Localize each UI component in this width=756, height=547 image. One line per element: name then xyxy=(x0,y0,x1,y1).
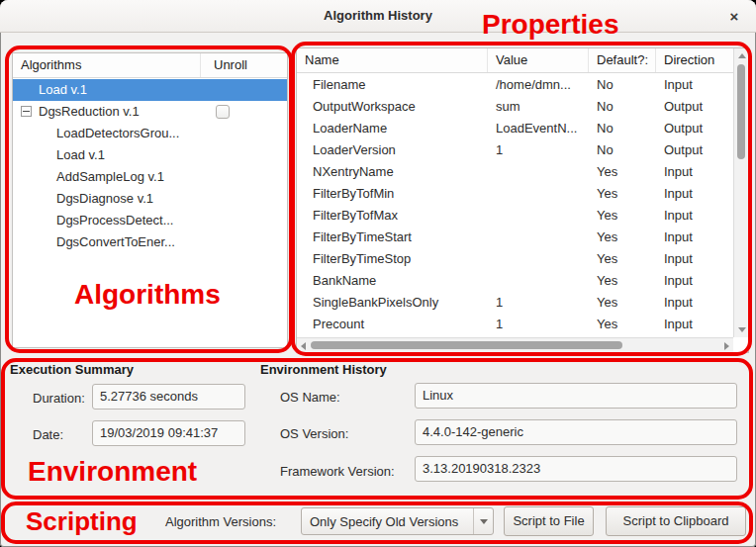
property-direction: Input xyxy=(656,161,733,183)
chevron-down-icon[interactable] xyxy=(473,508,493,534)
property-default: Yes xyxy=(589,227,656,248)
algorithm-tree-item-label: DgsProcessDetect... xyxy=(56,213,174,228)
scroll-up-icon[interactable] xyxy=(738,53,746,58)
algorithm-tree-item[interactable]: LoadDetectorsGrou... xyxy=(13,123,287,144)
titlebar[interactable]: Algorithm History × xyxy=(0,0,756,33)
property-value: LoadEventN... xyxy=(488,118,589,139)
vertical-scrollbar[interactable] xyxy=(733,48,748,337)
algorithm-tree-item[interactable]: DgsConvertToEner... xyxy=(13,231,287,253)
date-label: Date: xyxy=(33,427,63,442)
os-name-field[interactable]: Linux xyxy=(415,383,737,409)
framework-version-label: Framework Version: xyxy=(280,464,395,479)
annotation-environment-label: Environment xyxy=(28,456,197,488)
column-header-algorithms[interactable]: Algorithms xyxy=(13,53,201,77)
property-row[interactable]: BankName Yes Input xyxy=(297,270,733,292)
property-default: Yes xyxy=(589,161,656,183)
property-default: No xyxy=(589,118,656,139)
property-name: Precount xyxy=(297,314,488,335)
column-header-unroll[interactable]: Unroll xyxy=(201,53,287,77)
property-name: FilterByTofMax xyxy=(297,205,488,227)
property-default: Yes xyxy=(589,205,656,227)
algorithms-panel: Algorithms Unroll Load v.1 DgsReduction … xyxy=(12,52,288,348)
property-value xyxy=(488,227,589,248)
property-value: /home/dmn... xyxy=(488,74,589,96)
property-row[interactable]: FilterByTimeStop Yes Input xyxy=(297,248,733,270)
property-row[interactable]: NXentryName Yes Input xyxy=(297,161,733,183)
property-direction: Output xyxy=(656,139,733,161)
algorithm-tree-item-label: Load v.1 xyxy=(39,82,87,97)
framework-version-field[interactable]: 3.13.20190318.2323 xyxy=(415,456,737,482)
property-row[interactable]: SingleBankPixelsOnly 1 Yes Input xyxy=(297,292,733,314)
property-value xyxy=(488,205,589,227)
algorithm-tree-item-label: DgsConvertToEner... xyxy=(56,234,175,249)
property-row[interactable]: Filename /home/dmn... No Input xyxy=(297,74,733,96)
algorithm-tree-item-label: AddSampleLog v.1 xyxy=(56,169,164,184)
property-name: LoaderName xyxy=(297,118,488,139)
property-value xyxy=(488,270,589,292)
script-to-file-button[interactable]: Script to File xyxy=(504,506,594,536)
algorithm-tree-item[interactable]: DgsProcessDetect... xyxy=(13,210,287,231)
dropdown-selected-value: Only Specify Old Versions xyxy=(302,514,473,529)
duration-field[interactable]: 5.27736 seconds xyxy=(92,384,245,410)
property-row[interactable]: OutputWorkspace sum No Output xyxy=(297,96,733,118)
property-name: FilterByTimeStop xyxy=(297,248,488,270)
property-row[interactable]: FilterByTofMax Yes Input xyxy=(297,205,733,227)
property-row[interactable]: LoaderVersion 1 No Output xyxy=(297,139,733,161)
property-row[interactable]: FilterByTimeStart Yes Input xyxy=(297,227,733,248)
algorithm-tree-item[interactable]: DgsReduction v.1 xyxy=(13,101,287,123)
property-row[interactable]: FilterByTofMin Yes Input xyxy=(297,183,733,205)
script-to-clipboard-button[interactable]: Script to Clipboard xyxy=(606,506,746,536)
properties-table: Filename /home/dmn... No Input OutputWor… xyxy=(297,74,733,337)
property-row[interactable]: Precount 1 Yes Input xyxy=(297,314,733,335)
property-value xyxy=(488,161,589,183)
property-default: Yes xyxy=(589,292,656,314)
property-value: 1 xyxy=(488,292,589,314)
algorithm-tree-item-label: DgsReduction v.1 xyxy=(39,104,140,119)
properties-panel: Name Value Default?: Direction Filename … xyxy=(296,47,749,353)
algorithm-versions-dropdown[interactable]: Only Specify Old Versions xyxy=(301,507,494,535)
property-name: OutputWorkspace xyxy=(297,96,488,118)
algorithm-tree-item-label: Load v.1 xyxy=(56,147,105,162)
horizontal-scrollbar[interactable] xyxy=(297,337,733,352)
property-row[interactable]: LoaderName LoadEventN... No Output xyxy=(297,118,733,139)
collapse-expander-icon[interactable] xyxy=(21,106,32,117)
property-value: 1 xyxy=(488,139,589,161)
property-default: Yes xyxy=(589,248,656,270)
property-default: Yes xyxy=(589,183,656,205)
column-header-name[interactable]: Name xyxy=(297,48,488,72)
algorithm-versions-label: Algorithm Versions: xyxy=(165,514,276,529)
scroll-right-icon[interactable] xyxy=(724,342,729,350)
scroll-down-icon[interactable] xyxy=(738,327,746,332)
algorithms-header: Algorithms Unroll xyxy=(13,53,287,78)
property-direction: Input xyxy=(656,227,733,248)
duration-label: Duration: xyxy=(33,391,85,406)
property-name: Filename xyxy=(297,74,488,96)
column-header-default[interactable]: Default?: xyxy=(589,48,656,72)
algorithm-tree-item[interactable]: Load v.1 xyxy=(13,79,287,101)
property-value: 1 xyxy=(488,314,589,335)
property-name: LoaderVersion xyxy=(297,139,488,161)
os-name-label: OS Name: xyxy=(280,390,340,405)
algorithm-history-dialog: Algorithm History × Algorithms Unroll Lo… xyxy=(0,0,756,547)
algorithm-tree-item[interactable]: DgsDiagnose v.1 xyxy=(13,188,287,210)
vertical-scroll-thumb[interactable] xyxy=(737,64,745,159)
close-icon[interactable]: × xyxy=(724,7,744,27)
algorithm-tree: Load v.1 DgsReduction v.1 LoadDetectorsG… xyxy=(13,79,287,347)
date-field[interactable]: 19/03/2019 09:41:37 xyxy=(92,420,245,446)
property-value xyxy=(488,248,589,270)
property-direction: Output xyxy=(656,96,733,118)
unroll-checkbox[interactable] xyxy=(216,105,230,119)
property-direction: Input xyxy=(656,270,733,292)
property-name: FilterByTimeStart xyxy=(297,227,488,248)
property-direction: Input xyxy=(656,74,733,96)
property-value: sum xyxy=(488,96,589,118)
os-version-field[interactable]: 4.4.0-142-generic xyxy=(415,419,737,445)
property-default: No xyxy=(589,74,656,96)
scroll-left-icon[interactable] xyxy=(301,342,306,350)
algorithm-tree-item[interactable]: Load v.1 xyxy=(13,144,287,166)
column-header-value[interactable]: Value xyxy=(488,48,589,72)
property-name: BankName xyxy=(297,270,488,292)
property-direction: Input xyxy=(656,292,733,314)
algorithm-tree-item[interactable]: AddSampleLog v.1 xyxy=(13,166,287,188)
horizontal-scroll-thumb[interactable] xyxy=(311,341,622,349)
